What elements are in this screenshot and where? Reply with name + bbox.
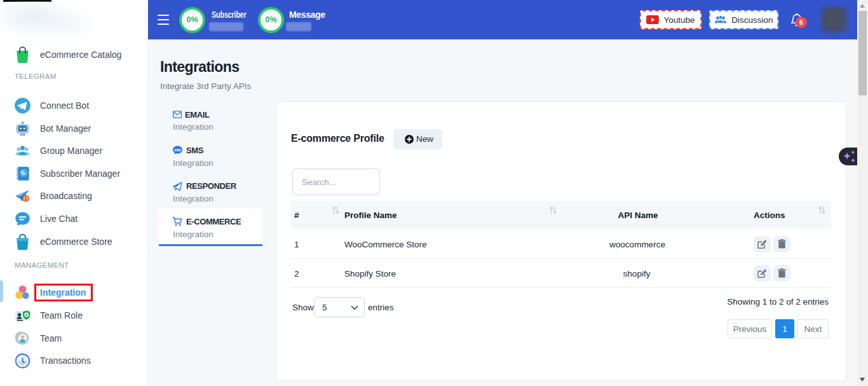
svg-text:1: 1 [24,195,27,202]
svg-text:SMS: SMS [174,149,181,152]
